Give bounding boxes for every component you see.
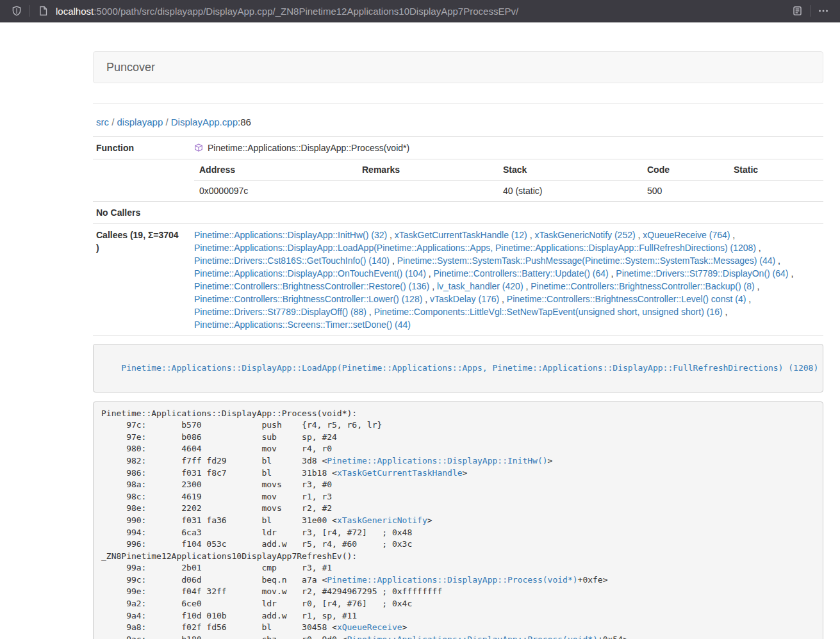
callee-link[interactable]: xTaskGetCurrentTaskHandle (12) xyxy=(395,230,527,240)
code-symbol-link[interactable]: xTaskGetCurrentTaskHandle xyxy=(337,468,463,478)
remarks-cell xyxy=(357,181,498,202)
col-header-stack: Stack xyxy=(498,159,642,181)
callee-separator: , xyxy=(746,294,751,304)
stats-table: Address Remarks Stack Code Static 0x0000… xyxy=(194,159,823,201)
code-symbol-link[interactable]: Pinetime::Applications::DisplayApp::Proc… xyxy=(347,635,598,639)
callee-link[interactable]: Pinetime::Applications::DisplayApp::OnTo… xyxy=(194,268,426,279)
col-header-static: Static xyxy=(729,159,823,181)
breadcrumb: src / displayapp / DisplayApp.cpp:86 xyxy=(96,117,823,127)
code-symbol-link[interactable]: Pinetime::Applications::DisplayApp::Init… xyxy=(327,456,547,465)
page-container: Puncover src / displayapp / DisplayApp.c… xyxy=(93,51,823,639)
callee-separator: , xyxy=(390,255,397,266)
toolbar-divider xyxy=(810,5,811,17)
col-header-remarks: Remarks xyxy=(357,159,498,181)
callee-link[interactable]: xQueueReceive (764) xyxy=(643,230,730,240)
url-host: localhost xyxy=(56,6,94,17)
callees-list: Pinetime::Applications::DisplayApp::Init… xyxy=(189,224,823,336)
reader-view-icon[interactable] xyxy=(788,3,806,19)
callee-separator: , xyxy=(426,268,434,279)
code-symbol-link[interactable]: Pinetime::Applications::DisplayApp::Proc… xyxy=(327,575,577,585)
breadcrumb-separator: / xyxy=(109,117,117,127)
callees-label: Callees (19, Σ=3704 ) xyxy=(93,224,189,336)
callee-link[interactable]: Pinetime::Applications::DisplayApp::Init… xyxy=(194,230,387,240)
code-symbol-link[interactable]: xTaskGenericNotify xyxy=(337,515,427,525)
function-signature: Pinetime::Applications::DisplayApp::Proc… xyxy=(208,142,409,154)
stats-row: 0x0000097c 40 (static) 500 xyxy=(194,181,823,202)
address-cell: 0x0000097c xyxy=(194,181,357,202)
callee-separator: , xyxy=(527,230,535,240)
empty-row-label xyxy=(93,159,189,202)
no-callers-row: No Callers xyxy=(93,202,823,224)
callee-link[interactable]: Pinetime::Applications::DisplayApp::Load… xyxy=(194,243,756,253)
menu-ellipsis-icon[interactable] xyxy=(814,3,832,19)
callee-separator: , xyxy=(387,230,395,240)
callee-separator: , xyxy=(499,294,507,304)
callee-link[interactable]: Pinetime::Drivers::St7789::DisplayOn() (… xyxy=(616,268,788,279)
callee-link[interactable]: Pinetime::Components::LittleVgl::SetNewT… xyxy=(374,307,723,317)
code-cell: 500 xyxy=(642,181,729,202)
app-navbar: Puncover xyxy=(93,51,823,83)
callee-link[interactable]: Pinetime::Controllers::Battery::Update()… xyxy=(434,268,609,279)
callee-separator: , xyxy=(756,243,761,253)
callee-link[interactable]: xTaskGenericNotify (252) xyxy=(534,230,635,240)
callees-row: Callees (19, Σ=3704 ) Pinetime::Applicat… xyxy=(93,224,823,336)
no-callers-label: No Callers xyxy=(93,202,189,224)
callee-separator: , xyxy=(789,268,794,279)
callee-separator: , xyxy=(755,281,760,291)
function-stats-row: Address Remarks Stack Code Static 0x0000… xyxy=(93,159,823,202)
callee-separator: , xyxy=(730,230,735,240)
disassembly-block: Pinetime::Applications::DisplayApp::Proc… xyxy=(93,401,823,639)
stack-cell: 40 (static) xyxy=(498,181,642,202)
callee-link[interactable]: Pinetime::Controllers::BrightnessControl… xyxy=(507,294,746,304)
callee-link[interactable]: lv_task_handler (420) xyxy=(437,281,523,291)
callee-link[interactable]: Pinetime::Applications::Screens::Timer::… xyxy=(194,320,411,330)
largest-callee-panel: Pinetime::Applications::DisplayApp::Load… xyxy=(93,344,823,392)
breadcrumb-link[interactable]: DisplayApp.cpp xyxy=(171,117,238,127)
callee-separator: , xyxy=(609,268,616,279)
callee-link[interactable]: Pinetime::Controllers::BrightnessControl… xyxy=(531,281,754,291)
callee-link[interactable]: Pinetime::Controllers::BrightnessControl… xyxy=(194,281,429,291)
page-info-icon[interactable] xyxy=(34,3,52,19)
callee-link[interactable]: Pinetime::Drivers::Cst816S::GetTouchInfo… xyxy=(194,255,390,266)
browser-toolbar: localhost:5000/path/src/displayapp/Displ… xyxy=(0,0,840,22)
callee-separator: , xyxy=(775,255,780,266)
callee-separator: , xyxy=(523,281,531,291)
url-path: :5000/path/src/displayapp/DisplayApp.cpp… xyxy=(94,6,518,17)
callee-link[interactable]: Pinetime::System::SystemTask::PushMessag… xyxy=(397,255,776,266)
function-row: Function Pinetime::Applications::Display… xyxy=(93,137,823,159)
largest-callee-link[interactable]: Pinetime::Applications::DisplayApp::Load… xyxy=(121,363,818,373)
static-cell xyxy=(729,181,823,202)
callee-separator: , xyxy=(422,294,430,304)
callee-separator: , xyxy=(429,281,437,291)
shield-icon[interactable] xyxy=(8,3,26,19)
toolbar-divider xyxy=(29,5,30,17)
callee-link[interactable]: Pinetime::Controllers::BrightnessControl… xyxy=(194,294,422,304)
code-symbol-link[interactable]: xQueueReceive xyxy=(337,622,402,632)
callee-separator: , xyxy=(723,307,728,317)
cube-icon xyxy=(194,143,203,152)
app-brand[interactable]: Puncover xyxy=(106,61,155,74)
callee-link[interactable]: vTaskDelay (176) xyxy=(430,294,499,304)
breadcrumb-separator: / xyxy=(163,117,171,127)
callee-separator: , xyxy=(366,307,374,317)
breadcrumb-line-number: :86 xyxy=(238,117,251,127)
callee-separator: , xyxy=(636,230,643,240)
divider xyxy=(93,103,823,104)
breadcrumb-link[interactable]: src xyxy=(96,117,109,127)
callee-link[interactable]: Pinetime::Drivers::St7789::DisplayOff() … xyxy=(194,307,366,317)
col-header-address: Address xyxy=(194,159,357,181)
function-row-label: Function xyxy=(93,137,189,159)
address-bar[interactable]: localhost:5000/path/src/displayapp/Displ… xyxy=(56,6,788,17)
col-header-code: Code xyxy=(642,159,729,181)
breadcrumb-link[interactable]: displayapp xyxy=(117,117,163,127)
function-table: Function Pinetime::Applications::Display… xyxy=(93,136,823,336)
